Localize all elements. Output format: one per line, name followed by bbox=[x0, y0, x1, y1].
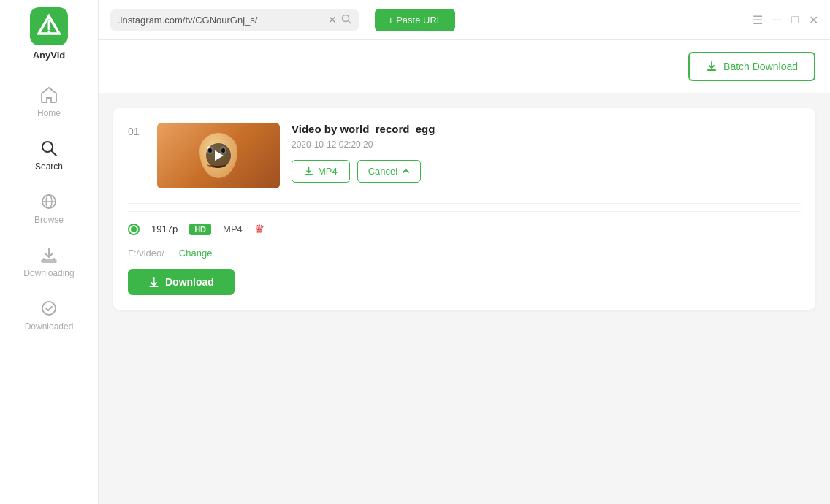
mp4-button[interactable]: MP4 bbox=[292, 160, 350, 183]
home-label: Home bbox=[37, 108, 61, 118]
cancel-label: Cancel bbox=[368, 166, 397, 177]
download-small-icon bbox=[304, 167, 313, 176]
divider bbox=[128, 203, 801, 204]
url-text: .instagram.com/tv/CGNourGnj_s/ bbox=[118, 15, 324, 26]
format-text: MP4 bbox=[223, 224, 243, 234]
svg-point-11 bbox=[42, 302, 56, 315]
batch-download-label: Batch Download bbox=[723, 61, 798, 72]
crown-icon: ♛ bbox=[254, 222, 264, 236]
file-path: F:/video/ bbox=[128, 248, 164, 259]
download-button[interactable]: Download bbox=[128, 269, 235, 295]
hd-badge: HD bbox=[189, 224, 211, 235]
video-date: 2020-10-12 02:20:20 bbox=[292, 140, 801, 150]
app-name: AnyVid bbox=[33, 50, 66, 61]
main-content: .instagram.com/tv/CGNourGnj_s/ ✕ + Paste… bbox=[99, 0, 830, 504]
downloaded-label: Downloaded bbox=[25, 321, 74, 332]
cancel-button[interactable]: Cancel bbox=[357, 160, 421, 183]
video-card: 01 bbox=[113, 108, 815, 310]
play-triangle-icon bbox=[215, 150, 224, 161]
menu-button[interactable]: ☰ bbox=[753, 13, 763, 27]
resolution-text: 1917p bbox=[151, 224, 178, 234]
play-button-overlay[interactable] bbox=[206, 143, 231, 168]
change-path-link[interactable]: Change bbox=[179, 248, 213, 259]
window-controls: ☰ ─ □ ✕ bbox=[753, 13, 818, 27]
sidebar: AnyVid Home Search Browse Downloading bbox=[0, 0, 99, 504]
home-icon bbox=[39, 85, 58, 104]
video-title: Video by world_record_egg bbox=[292, 123, 801, 135]
svg-line-4 bbox=[52, 151, 57, 156]
radio-button[interactable] bbox=[128, 224, 140, 235]
downloading-icon bbox=[39, 245, 58, 264]
content-area: 01 bbox=[99, 93, 830, 504]
video-info: Video by world_record_egg 2020-10-12 02:… bbox=[292, 123, 801, 183]
url-search-icon bbox=[341, 14, 351, 26]
minimize-button[interactable]: ─ bbox=[773, 13, 781, 26]
path-row: F:/video/ Change bbox=[128, 243, 801, 269]
sidebar-item-downloading[interactable]: Downloading bbox=[0, 235, 98, 289]
maximize-button[interactable]: □ bbox=[791, 13, 799, 26]
browse-label: Browse bbox=[34, 215, 64, 225]
video-actions: MP4 Cancel bbox=[292, 160, 801, 183]
close-button[interactable]: ✕ bbox=[809, 13, 818, 27]
video-index: 01 bbox=[128, 126, 145, 137]
svg-line-13 bbox=[349, 20, 351, 23]
app-logo bbox=[30, 7, 68, 45]
svg-rect-14 bbox=[707, 69, 716, 71]
browse-icon bbox=[39, 192, 58, 211]
quality-row: 1917p HD MP4 ♛ bbox=[128, 211, 801, 243]
sidebar-item-browse[interactable]: Browse bbox=[0, 182, 98, 235]
batch-download-button[interactable]: Batch Download bbox=[688, 52, 815, 81]
sidebar-item-downloaded[interactable]: Downloaded bbox=[0, 289, 98, 342]
logo-area: AnyVid bbox=[30, 7, 68, 61]
download-label: Download bbox=[165, 276, 214, 288]
radio-inner bbox=[131, 226, 137, 232]
url-clear-icon[interactable]: ✕ bbox=[328, 14, 337, 26]
batch-download-icon bbox=[706, 61, 717, 72]
svg-point-2 bbox=[48, 31, 50, 33]
video-header: 01 bbox=[128, 123, 801, 188]
paste-url-button[interactable]: + Paste URL bbox=[375, 9, 455, 31]
sidebar-item-search[interactable]: Search bbox=[0, 129, 98, 182]
svg-rect-16 bbox=[150, 286, 159, 287]
chevron-up-icon bbox=[402, 167, 410, 175]
search-icon bbox=[39, 139, 58, 158]
titlebar: .instagram.com/tv/CGNourGnj_s/ ✕ + Paste… bbox=[99, 0, 830, 40]
batch-area: Batch Download bbox=[99, 40, 830, 93]
download-icon bbox=[148, 277, 159, 288]
url-bar: .instagram.com/tv/CGNourGnj_s/ ✕ bbox=[110, 9, 359, 31]
downloading-label: Downloading bbox=[23, 268, 74, 278]
downloaded-icon bbox=[39, 299, 58, 318]
svg-rect-8 bbox=[42, 260, 56, 262]
search-label: Search bbox=[35, 161, 63, 172]
svg-rect-15 bbox=[305, 174, 313, 175]
mp4-label: MP4 bbox=[318, 166, 338, 177]
sidebar-item-home[interactable]: Home bbox=[0, 75, 98, 129]
video-thumbnail bbox=[157, 123, 280, 188]
